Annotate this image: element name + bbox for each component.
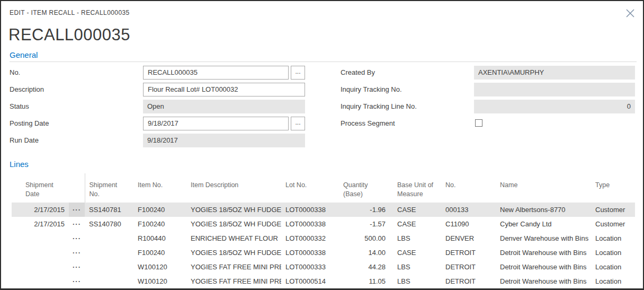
posting-date-label: Posting Date xyxy=(10,117,49,130)
table-row[interactable]: ··· R100440 ENRICHED WHEAT FLOUR LOT0000… xyxy=(12,231,635,245)
cell-quantity-base[interactable]: 44.28 xyxy=(339,260,393,274)
col-header-quantity-base[interactable]: Quantity (Base) xyxy=(339,173,393,203)
cell-base-unit-of-measure[interactable]: CASE xyxy=(393,203,441,217)
col-header-shipment-date[interactable]: Shipment Date xyxy=(12,173,69,203)
posting-date-assist-button[interactable]: ... xyxy=(291,117,305,130)
col-header-lot-no[interactable]: Lot No. xyxy=(281,173,339,203)
cell-lot-no[interactable]: LOT0000338 xyxy=(281,203,339,217)
cell-no[interactable]: DETROIT xyxy=(441,245,496,260)
cell-type[interactable]: Location xyxy=(591,260,635,274)
col-header-item-no[interactable]: Item No. xyxy=(133,173,186,203)
col-header-type[interactable]: Type xyxy=(591,173,635,203)
inquiry-tracking-no-label: Inquiry Tracking No. xyxy=(341,83,402,96)
row-menu-icon[interactable]: ··· xyxy=(69,274,85,288)
lines-table: Shipment Date Shipment No. Item No. Item… xyxy=(12,173,635,288)
run-date-field: 9/18/2017 xyxy=(143,134,305,147)
cell-base-unit-of-measure[interactable]: LBS xyxy=(393,231,441,245)
cell-lot-no[interactable]: LOT0000514 xyxy=(281,274,339,288)
cell-shipment-no[interactable]: SS140780 xyxy=(85,217,133,231)
row-menu-icon[interactable]: ··· xyxy=(69,203,85,217)
cell-lot-no[interactable]: LOT0000338 xyxy=(281,217,339,231)
cell-shipment-date[interactable] xyxy=(12,231,69,245)
section-heading-lines[interactable]: Lines xyxy=(10,160,29,169)
cell-shipment-no[interactable] xyxy=(85,231,133,245)
cell-shipment-no[interactable] xyxy=(85,274,133,288)
cell-quantity-base[interactable]: -1.96 xyxy=(339,203,393,217)
cell-base-unit-of-measure[interactable]: LBS xyxy=(393,260,441,274)
no-assist-button[interactable]: ... xyxy=(291,66,305,80)
cell-item-no[interactable]: W100120 xyxy=(133,274,186,288)
cell-type[interactable]: Location xyxy=(591,274,635,288)
cell-name[interactable]: Detroit Warehouse with Bins xyxy=(496,260,591,274)
table-row[interactable]: ··· F100240 YOGIES 18/5OZ WH FUDGE... LO… xyxy=(12,245,635,260)
cell-quantity-base[interactable]: 14.00 xyxy=(339,245,393,260)
cell-item-no[interactable]: F100240 xyxy=(133,245,186,260)
created-by-field: AXENTIA\AMURPHY xyxy=(474,66,635,80)
cell-lot-no[interactable]: LOT0000333 xyxy=(281,260,339,274)
cell-lot-no[interactable]: LOT0000338 xyxy=(281,245,339,260)
cell-no[interactable]: DETROIT xyxy=(441,260,496,274)
cell-item-description[interactable]: ENRICHED WHEAT FLOUR xyxy=(186,231,281,245)
table-row[interactable]: 2/17/2015 ··· SS140780 F100240 YOGIES 18… xyxy=(12,217,635,231)
cell-base-unit-of-measure[interactable]: CASE xyxy=(393,245,441,260)
cell-item-no[interactable]: F100240 xyxy=(133,217,186,231)
cell-no[interactable]: DENVER xyxy=(441,231,496,245)
row-menu-icon[interactable]: ··· xyxy=(69,217,85,231)
cell-quantity-base[interactable]: 11.05 xyxy=(339,274,393,288)
cell-item-description[interactable]: YOGIES 18/5OZ WH FUDGE... xyxy=(186,203,281,217)
row-menu-icon[interactable]: ··· xyxy=(69,260,85,274)
cell-item-no[interactable]: F100240 xyxy=(133,203,186,217)
cell-type[interactable]: Location xyxy=(591,245,635,260)
cell-name[interactable]: Detroit Warehouse with Bins xyxy=(496,274,591,288)
cell-no[interactable]: C11090 xyxy=(441,217,496,231)
no-label: No. xyxy=(10,66,20,80)
cell-name[interactable]: Detroit Warehouse with Bins xyxy=(496,245,591,260)
cell-type[interactable]: Location xyxy=(591,231,635,245)
cell-type[interactable]: Customer xyxy=(591,203,635,217)
cell-shipment-date[interactable]: 2/17/2015 xyxy=(12,217,69,231)
cell-item-description[interactable]: YOGIES 18/5OZ WH FUDGE... xyxy=(186,217,281,231)
description-field[interactable]: Flour Recall Lot# LOT000032 xyxy=(143,83,305,96)
table-row[interactable]: 2/17/2015 ··· SS140781 F100240 YOGIES 18… xyxy=(12,203,635,217)
posting-date-field[interactable]: 9/18/2017 xyxy=(143,117,289,130)
cell-name[interactable]: Denver Warehouse with Bins xyxy=(496,231,591,245)
cell-base-unit-of-measure[interactable]: LBS xyxy=(393,274,441,288)
cell-shipment-date[interactable]: 2/17/2015 xyxy=(12,203,69,217)
table-row[interactable]: ··· W100120 YOGIES FAT FREE MINI PRE... … xyxy=(12,274,635,288)
cell-item-no[interactable]: W100120 xyxy=(133,260,186,274)
col-header-name[interactable]: Name xyxy=(496,173,591,203)
cell-quantity-base[interactable]: -1.57 xyxy=(339,217,393,231)
col-header-base-unit-of-measure[interactable]: Base Unit of Measure xyxy=(393,173,441,203)
cell-no[interactable]: 000133 xyxy=(441,203,496,217)
cell-item-description[interactable]: YOGIES 18/5OZ WH FUDGE... xyxy=(186,245,281,260)
row-menu-icon[interactable]: ··· xyxy=(69,245,85,260)
cell-name[interactable]: New Albertsons-8770 xyxy=(496,203,591,217)
process-segment-checkbox[interactable] xyxy=(475,119,482,127)
cell-item-description[interactable]: YOGIES FAT FREE MINI PRE... xyxy=(186,274,281,288)
col-header-no[interactable]: No. xyxy=(441,173,496,203)
cell-shipment-date[interactable] xyxy=(12,245,69,260)
lines-header-row: Shipment Date Shipment No. Item No. Item… xyxy=(12,173,635,203)
cell-shipment-date[interactable] xyxy=(12,274,69,288)
row-menu-icon[interactable]: ··· xyxy=(69,231,85,245)
col-header-item-description[interactable]: Item Description xyxy=(186,173,281,203)
table-row[interactable]: ··· W100120 YOGIES FAT FREE MINI PRE... … xyxy=(12,260,635,274)
process-segment-label: Process Segment xyxy=(341,117,395,130)
no-field[interactable]: RECALL000035 xyxy=(143,66,289,80)
section-heading-general[interactable]: General xyxy=(10,50,38,59)
cell-shipment-no[interactable] xyxy=(85,245,133,260)
cell-shipment-no[interactable] xyxy=(85,260,133,274)
cell-shipment-date[interactable] xyxy=(12,260,69,274)
cell-quantity-base[interactable]: 500.00 xyxy=(339,231,393,245)
cell-lot-no[interactable]: LOT0000332 xyxy=(281,231,339,245)
cell-name[interactable]: Cyber Candy Ltd xyxy=(496,217,591,231)
cell-shipment-no[interactable]: SS140781 xyxy=(85,203,133,217)
cell-base-unit-of-measure[interactable]: CASE xyxy=(393,217,441,231)
cell-item-no[interactable]: R100440 xyxy=(133,231,186,245)
close-button[interactable] xyxy=(624,7,637,20)
cell-type[interactable]: Customer xyxy=(591,217,635,231)
col-header-shipment-no[interactable]: Shipment No. xyxy=(85,173,133,203)
cell-no[interactable]: DETROIT xyxy=(441,274,496,288)
inquiry-tracking-line-no-field: 0 xyxy=(474,100,635,113)
cell-item-description[interactable]: YOGIES FAT FREE MINI PRE... xyxy=(186,260,281,274)
